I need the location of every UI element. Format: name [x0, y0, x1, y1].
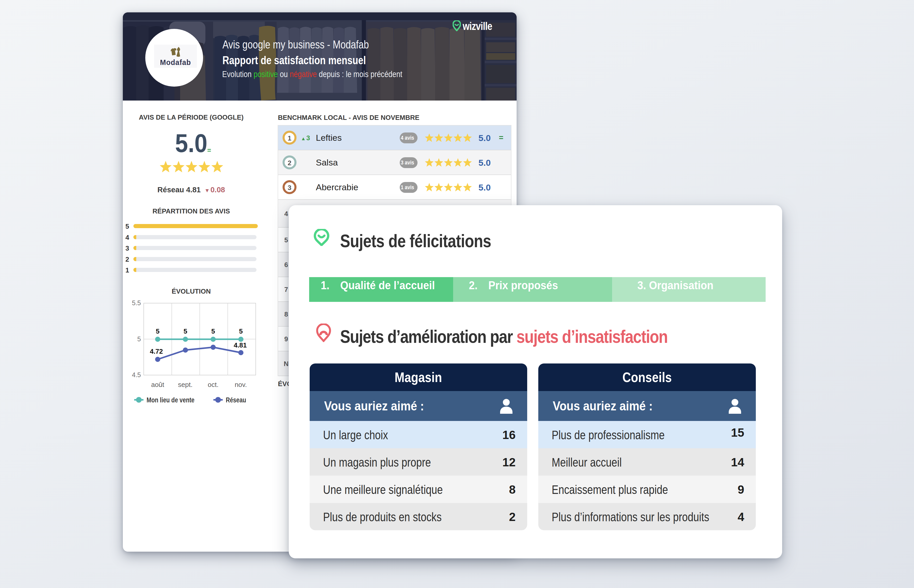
svg-text:5: 5 — [156, 327, 159, 335]
svg-text:Mon lieu de vente: Mon lieu de vente — [147, 396, 194, 404]
svg-text:5.5: 5.5 — [132, 299, 141, 307]
svg-text:août: août — [151, 381, 164, 388]
svg-text:sept.: sept. — [178, 381, 193, 388]
svg-text:nov.: nov. — [235, 381, 247, 388]
svg-text:5: 5 — [137, 335, 141, 342]
svg-text:Réseau: Réseau — [226, 396, 246, 404]
svg-text:4.5: 4.5 — [132, 371, 141, 378]
svg-text:4.72: 4.72 — [150, 347, 163, 355]
svg-text:5: 5 — [183, 327, 187, 335]
svg-text:5: 5 — [211, 327, 215, 335]
svg-text:oct.: oct. — [208, 381, 219, 388]
svg-text:5: 5 — [239, 327, 243, 335]
svg-text:4.81: 4.81 — [234, 341, 247, 349]
